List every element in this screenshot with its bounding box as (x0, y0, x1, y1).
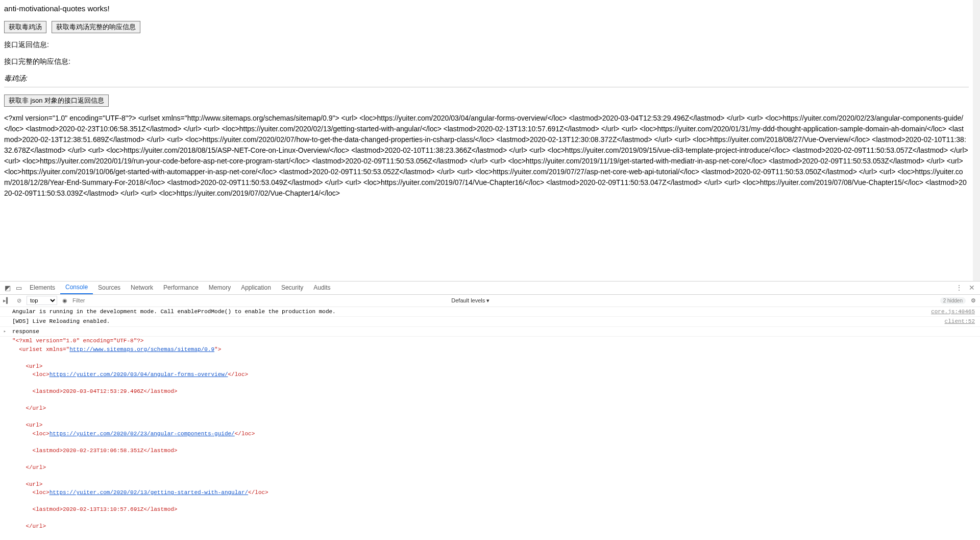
soup-label: 毒鸡汤: (4, 73, 969, 84)
response-dump: "<?xml version="1.0" encoding="UTF-8"?> … (0, 337, 980, 540)
hidden-count-pill[interactable]: 2 hidden (940, 297, 966, 304)
context-select[interactable]: top (27, 296, 57, 305)
console-row: [WDS] Live Reloading enabled.client:52 (0, 317, 980, 327)
tab-sources[interactable]: Sources (93, 281, 126, 294)
tab-application[interactable]: Application (236, 281, 276, 294)
console-sidebar-toggle-icon[interactable]: ▸▍ (2, 297, 11, 304)
close-devtools-icon[interactable]: ✕ (966, 284, 978, 292)
page-title: anti-motivational-quotes works! (4, 3, 969, 15)
divider (4, 87, 969, 87)
get-soup-full-button[interactable]: 获取毒鸡汤完整的响应信息 (52, 21, 140, 33)
console-row: Angular is running in the development mo… (0, 307, 980, 317)
filter-input[interactable] (72, 297, 226, 303)
tab-elements[interactable]: Elements (24, 281, 60, 294)
source-link[interactable]: client:52 (945, 317, 978, 326)
page-scrollbar-thumb[interactable] (974, 82, 979, 102)
console-settings-icon[interactable]: ⚙ (971, 297, 976, 304)
console-message: response (12, 327, 978, 336)
button-row-2: 获取非 json 对象的接口返回信息 (4, 95, 969, 107)
more-icon[interactable]: ⋮ (952, 284, 966, 292)
get-nonjson-button[interactable]: 获取非 json 对象的接口返回信息 (4, 95, 109, 107)
live-expression-icon[interactable]: ◉ (60, 297, 69, 304)
console-toolbar: ▸▍ ⊘ top ◉ Default levels ▾ 2 hidden ⚙ (0, 295, 980, 307)
tab-performance[interactable]: Performance (158, 281, 204, 294)
console-row[interactable]: response (0, 327, 980, 337)
source-link[interactable]: core.js:40465 (931, 308, 978, 316)
app-page: anti-motivational-quotes works! 获取毒鸡汤 获取… (0, 0, 980, 281)
device-toggle-icon[interactable]: ▭ (13, 284, 24, 292)
get-soup-button[interactable]: 获取毒鸡汤 (4, 21, 46, 33)
inspect-icon[interactable]: ◩ (2, 284, 13, 292)
console-message: [WDS] Live Reloading enabled. (12, 317, 945, 326)
api-full-label: 接口完整的响应信息: (4, 56, 969, 67)
console-message: Angular is running in the development mo… (12, 308, 931, 316)
tab-console[interactable]: Console (60, 281, 93, 294)
tab-audits[interactable]: Audits (308, 281, 335, 294)
console-output[interactable]: Angular is running in the development mo… (0, 307, 980, 540)
tab-memory[interactable]: Memory (204, 281, 236, 294)
devtools-panel: ◩ ▭ ElementsConsoleSourcesNetworkPerform… (0, 281, 980, 540)
button-row-1: 获取毒鸡汤 获取毒鸡汤完整的响应信息 (4, 21, 969, 33)
api-return-label: 接口返回信息: (4, 39, 969, 50)
clear-console-icon[interactable]: ⊘ (14, 297, 23, 304)
devtools-tabbar: ◩ ▭ ElementsConsoleSourcesNetworkPerform… (0, 281, 980, 295)
tab-network[interactable]: Network (126, 281, 158, 294)
tab-security[interactable]: Security (276, 281, 308, 294)
log-levels-dropdown[interactable]: Default levels ▾ (451, 297, 489, 304)
xml-result: <?xml version="1.0" encoding="UTF-8"?> <… (4, 113, 969, 199)
